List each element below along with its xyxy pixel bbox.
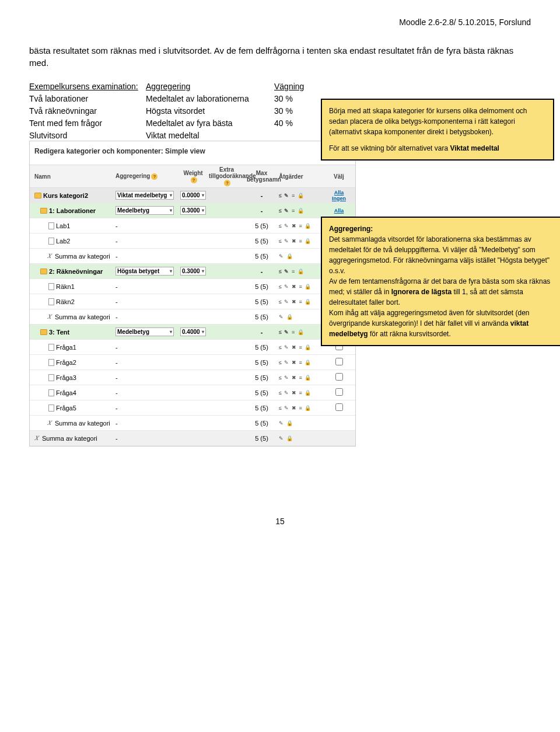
row-agg-cell: - — [114, 252, 178, 261]
example-h-vag: Vägning — [274, 81, 298, 93]
row-name-cell: Fråga3 — [30, 372, 114, 384]
select-none-link[interactable]: Ingen — [328, 196, 349, 201]
row-extra-cell — [208, 225, 246, 227]
row-max-cell: 5 (5) — [246, 358, 278, 367]
row-actions-cell[interactable]: ✎ 🔒 — [278, 434, 327, 442]
row-agg-cell: - — [114, 403, 178, 413]
grade-row: 𝛸Summa av kategori-5 (5)✎ 🔒 — [30, 416, 355, 431]
aggregation-select[interactable]: Viktat medelbetyg — [116, 191, 174, 200]
aggregation-select[interactable]: Högsta betyget — [116, 267, 174, 276]
aggregation-select[interactable]: Medelbetyg — [116, 327, 174, 336]
row-actions-cell[interactable]: ≤ ✎ ✖ ≡ 🔒 — [278, 283, 327, 291]
row-select-checkbox[interactable] — [335, 388, 343, 396]
row-extra-cell — [208, 392, 246, 394]
select-all-link[interactable]: Alla — [334, 208, 344, 214]
row-max-cell: 5 (5) — [246, 403, 278, 413]
row-extra-cell — [208, 285, 246, 288]
sigma-icon: 𝛸 — [34, 435, 40, 441]
example-h-agg: Aggregering — [146, 81, 274, 93]
help-icon[interactable]: ? — [151, 173, 158, 180]
item-icon — [48, 283, 54, 290]
row-select-checkbox[interactable] — [335, 403, 343, 411]
help-icon[interactable]: ? — [191, 177, 197, 183]
row-select-cell[interactable]: AllaIngen — [327, 189, 351, 203]
row-agg-cell: - — [114, 388, 178, 398]
row-actions-cell[interactable]: ≤ ✎ ✖ ≡ 🔒 — [278, 374, 327, 382]
help-icon[interactable]: ? — [224, 180, 230, 186]
row-name-cell: 𝛸Summa av kategori — [30, 311, 114, 323]
row-agg-cell: - — [114, 358, 178, 367]
row-actions-cell[interactable]: ≤ ✎ ≡ 🔒 — [278, 207, 327, 215]
row-agg-cell: - — [114, 297, 178, 306]
row-actions-cell[interactable]: ≤ ✎ ✖ ≡ 🔒 — [278, 343, 327, 351]
row-weight-cell: 0.4000 — [178, 326, 208, 337]
note1-p2a: För att se viktning bör alternativet var… — [329, 144, 450, 152]
grade-row: Kurs kategori2Viktat medelbetyg0.0000-≤ … — [30, 188, 355, 203]
intro-paragraph: bästa resultatet som räknas med i slutvi… — [29, 44, 531, 69]
row-select-cell[interactable] — [327, 357, 351, 368]
row-name-cell: 3: Tent — [30, 326, 114, 338]
grade-editor: Redigera kategorier och komponenter: Sim… — [29, 141, 356, 447]
col-extra-header: Extra tillgodoräknande? — [208, 165, 246, 187]
row-agg-cell: - — [114, 434, 178, 443]
row-select-cell[interactable] — [327, 387, 351, 398]
row-actions-cell[interactable]: ≤ ✎ ✖ ≡ 🔒 — [278, 404, 327, 412]
aggregation-select[interactable]: Medelbetyg — [116, 206, 174, 215]
note2-p1: Det sammanlagda vitsordet för laboration… — [329, 234, 558, 276]
row-weight-cell — [178, 346, 208, 348]
row-select-cell[interactable] — [327, 422, 351, 424]
row-max-cell: - — [246, 191, 278, 200]
row-agg-cell: - — [114, 282, 178, 291]
row-extra-cell — [208, 346, 246, 348]
row-max-cell: - — [246, 327, 278, 337]
row-select-checkbox[interactable] — [335, 358, 343, 365]
sigma-icon: 𝛸 — [47, 253, 53, 259]
folder-icon — [40, 208, 47, 214]
row-name-cell: 𝛸Summa av kategori — [30, 250, 114, 262]
row-actions-cell[interactable]: ≤ ✎ ≡ 🔒 — [278, 267, 327, 276]
row-max-cell: 5 (5) — [246, 434, 278, 443]
row-actions-cell[interactable]: ≤ ✎ ≡ 🔒 — [278, 328, 327, 336]
row-actions-cell[interactable]: ✎ 🔒 — [278, 313, 327, 321]
row-select-cell[interactable] — [327, 437, 351, 440]
row-actions-cell[interactable]: ≤ ✎ ✖ ≡ 🔒 — [278, 358, 327, 367]
row-select-cell[interactable] — [327, 402, 351, 413]
grade-row: 𝛸Summa av kategori-5 (5)✎ 🔒 — [30, 249, 355, 264]
row-select-cell[interactable] — [327, 372, 351, 383]
row-actions-cell[interactable]: ≤ ✎ ✖ ≡ 🔒 — [278, 237, 327, 245]
note2-heading: Aggregering: — [329, 225, 373, 233]
row-weight-cell — [178, 437, 208, 440]
row-name-text: Fråga5 — [56, 405, 76, 412]
row-actions-cell[interactable]: ≤ ✎ ✖ ≡ 🔒 — [278, 298, 327, 306]
row-actions-cell[interactable]: ✎ 🔒 — [278, 419, 327, 427]
row-agg-cell: Medelbetyg — [114, 205, 178, 216]
row-name-cell: Lab2 — [30, 235, 114, 247]
row-weight-cell — [178, 316, 208, 318]
row-select-cell[interactable]: Alla — [327, 207, 351, 215]
row-select-checkbox[interactable] — [335, 373, 343, 381]
row-extra-cell — [208, 437, 246, 440]
row-weight-cell — [178, 285, 208, 288]
row-actions-cell[interactable]: ≤ ✎ ✖ ≡ 🔒 — [278, 222, 327, 230]
row-max-cell: 5 (5) — [246, 282, 278, 291]
row-agg-cell: - — [114, 373, 178, 382]
row-actions-cell[interactable]: ≤ ✎ ✖ ≡ 🔒 — [278, 389, 327, 397]
col-max-header: Max betygsnamn — [246, 169, 278, 184]
select-all-link[interactable]: Alla — [328, 190, 349, 196]
row-actions-cell[interactable]: ✎ 🔒 — [278, 252, 327, 260]
weight-input[interactable]: 0.3000 — [180, 206, 206, 215]
row-actions-cell[interactable]: ≤ ✎ ≡ 🔒 — [278, 191, 327, 200]
row-max-cell: 5 (5) — [246, 419, 278, 428]
row-agg-cell: - — [114, 236, 178, 246]
row-name-cell: Räkn1 — [30, 281, 114, 292]
grade-editor-header-row: Namn Aggregering? Weight? Extra tillgodo… — [30, 165, 355, 188]
weight-input[interactable]: 0.4000 — [180, 327, 206, 336]
row-weight-cell — [178, 377, 208, 379]
weight-input[interactable]: 0.3000 — [180, 267, 206, 276]
row-name-text: Räkn2 — [56, 298, 75, 305]
item-icon — [48, 359, 54, 366]
weight-input[interactable]: 0.0000 — [180, 191, 206, 200]
note1-p2b: Viktat medeltal — [450, 144, 499, 152]
col-select-header: Välj — [327, 170, 351, 183]
row-max-cell: 5 (5) — [246, 297, 278, 306]
